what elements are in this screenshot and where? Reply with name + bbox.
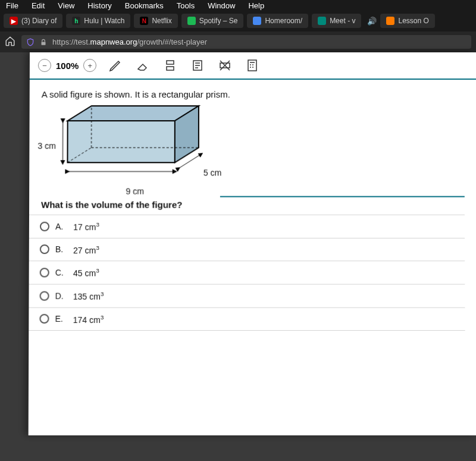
hulu-icon: h <box>72 17 80 25</box>
test-page: − 100% + A solid figure is shown. It is … <box>29 52 476 435</box>
tab-label: Spotify – Se <box>199 17 238 25</box>
tab-strip: ▶(3) Diary of hHulu | Watch NNetflix Spo… <box>0 11 476 32</box>
tab-homeroom[interactable]: Homeroom/ <box>247 14 308 28</box>
option-e[interactable]: E. 174 cm3 <box>29 307 465 331</box>
tab-label: (3) Diary of <box>21 17 57 25</box>
zoom-value: 100% <box>56 60 79 70</box>
menu-file[interactable]: File <box>6 1 18 10</box>
tab-spotify[interactable]: Spotify – Se <box>181 14 244 28</box>
tab-meet[interactable]: Meet - v <box>312 14 361 28</box>
pencil-icon[interactable] <box>107 57 124 74</box>
option-value: 135 cm3 <box>73 290 104 301</box>
lesson-icon <box>386 17 394 25</box>
menu-bar: File Edit View History Bookmarks Tools W… <box>0 0 476 11</box>
home-icon[interactable] <box>5 36 15 49</box>
tab-hulu[interactable]: hHulu | Watch <box>66 14 130 28</box>
radio-icon[interactable] <box>39 314 49 324</box>
radio-icon[interactable] <box>40 268 49 277</box>
option-d[interactable]: D. 135 cm3 <box>29 284 465 307</box>
url-row: https://test.mapnwea.org/growth/#/test-p… <box>0 32 476 52</box>
tab-label: Netflix <box>152 17 171 25</box>
divider <box>220 196 465 197</box>
zoom-out-button[interactable]: − <box>38 59 51 72</box>
eraser-icon[interactable] <box>134 57 151 74</box>
meet-icon <box>318 17 326 25</box>
sound-icon[interactable]: 🔊 <box>367 17 377 26</box>
option-value: 45 cm3 <box>73 268 99 278</box>
dim-height: 3 cm <box>37 141 55 150</box>
test-toolbar: − 100% + <box>30 52 476 80</box>
tab-lesson[interactable]: Lesson O <box>380 14 434 28</box>
svg-marker-8 <box>67 121 174 162</box>
radio-icon[interactable] <box>40 222 49 231</box>
svg-rect-0 <box>42 42 46 45</box>
dim-width: 9 cm <box>126 186 144 196</box>
menu-bookmarks[interactable]: Bookmarks <box>125 1 164 10</box>
radio-icon[interactable] <box>40 244 49 254</box>
zoom-in-button[interactable]: + <box>83 59 96 72</box>
menu-help[interactable]: Help <box>248 1 264 10</box>
question-prompt: A solid figure is shown. It is a rectang… <box>42 89 465 99</box>
url-bar[interactable]: https://test.mapnwea.org/growth/#/test-p… <box>21 35 471 49</box>
spotify-icon <box>187 17 196 25</box>
option-value: 17 cm3 <box>73 221 99 232</box>
menu-edit[interactable]: Edit <box>32 1 45 10</box>
highlighter-icon[interactable] <box>162 57 178 74</box>
classroom-icon <box>253 17 261 25</box>
menu-view[interactable]: View <box>58 1 74 10</box>
shield-icon <box>26 38 35 46</box>
option-value: 27 cm3 <box>73 244 99 255</box>
tab-label: Meet - v <box>330 17 355 25</box>
menu-tools[interactable]: Tools <box>177 1 195 10</box>
option-b[interactable]: B. 27 cm3 <box>29 238 465 261</box>
option-letter: D. <box>55 291 67 300</box>
tab-label: Lesson O <box>398 17 428 25</box>
menu-history[interactable]: History <box>87 1 111 10</box>
question-area: A solid figure is shown. It is a rectang… <box>29 80 476 331</box>
radio-icon[interactable] <box>40 291 49 300</box>
option-a[interactable]: A. 17 cm3 <box>29 215 465 238</box>
cross-out-icon[interactable] <box>217 57 233 74</box>
tab-label: Homeroom/ <box>265 17 302 25</box>
svg-rect-5 <box>248 60 256 71</box>
dim-depth: 5 cm <box>203 168 221 177</box>
option-c[interactable]: C. 45 cm3 <box>29 261 465 284</box>
option-letter: E. <box>55 314 67 324</box>
svg-rect-2 <box>167 67 174 70</box>
question-ask: What is the volume of the figure? <box>41 200 465 210</box>
tab-diary[interactable]: ▶(3) Diary of <box>4 14 62 28</box>
notepad-icon[interactable] <box>189 57 206 74</box>
option-letter: A. <box>55 222 67 231</box>
option-letter: B. <box>55 244 67 254</box>
option-value: 174 cm3 <box>73 313 104 324</box>
answer-list: A. 17 cm3 B. 27 cm3 C. 45 cm3 D. 135 cm3… <box>29 215 465 331</box>
url-text: https://test.mapnwea.org/growth/#/test-p… <box>52 37 207 46</box>
netflix-icon: N <box>140 17 148 25</box>
option-letter: C. <box>55 268 67 277</box>
prism-figure: 3 cm 9 cm 5 cm <box>37 105 228 201</box>
lock-icon <box>39 38 48 46</box>
tab-label: Hulu | Watch <box>84 17 124 25</box>
calculator-icon[interactable] <box>244 57 261 74</box>
tab-netflix[interactable]: NNetflix <box>134 14 177 28</box>
svg-rect-1 <box>167 61 174 64</box>
prism-svg <box>55 103 217 186</box>
menu-window[interactable]: Window <box>208 1 235 10</box>
zoom-controls: − 100% + <box>38 59 96 72</box>
youtube-icon: ▶ <box>10 17 18 25</box>
